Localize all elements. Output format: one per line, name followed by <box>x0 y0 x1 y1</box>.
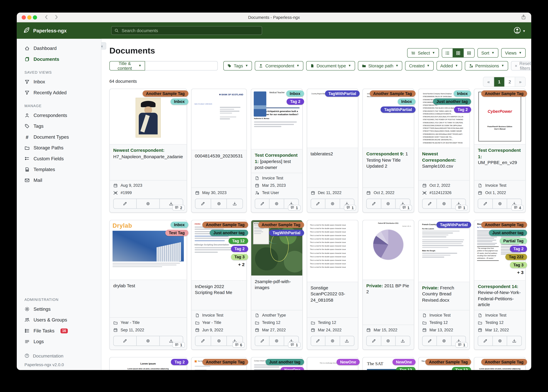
sidebar-item-settings[interactable]: Settings <box>17 304 101 315</box>
sidebar-item-document-types[interactable]: #Document Types <box>17 132 101 142</box>
close-window-button[interactable] <box>22 15 26 20</box>
browser-back-icon[interactable] <box>43 14 50 20</box>
tag-pill-tag-12[interactable]: Tag 12 <box>396 367 416 370</box>
view-button[interactable] <box>437 199 451 208</box>
edit-button[interactable] <box>367 336 381 346</box>
tag-pill-tag-3[interactable]: Tag 3 <box>510 262 527 268</box>
filter-document-type-button[interactable]: Document type▼ <box>306 61 355 70</box>
tag-pill-inbox[interactable]: Inbox <box>454 90 471 97</box>
sidebar-item-users-groups[interactable]: Users & Groups <box>17 315 101 325</box>
view-button[interactable] <box>211 336 227 346</box>
filter-storage-path-button[interactable]: Storage path▼ <box>358 61 403 70</box>
comment-count-badge[interactable]: 4 <box>511 205 523 210</box>
tag-pill-another-sample-tag[interactable]: Another Sample Tag <box>202 222 248 228</box>
view-button[interactable] <box>492 336 507 346</box>
document-card[interactable]: Country,Region/State,TagWithPartial1tabl… <box>307 89 358 213</box>
view-button[interactable] <box>381 336 395 346</box>
sidebar-item-inbox[interactable]: Inbox <box>17 77 101 87</box>
tag-pill-another-sample-tag[interactable]: Another Sample Tag <box>481 90 527 97</box>
sidebar-item-logs[interactable]: Logs <box>17 336 101 347</box>
tag-pill-another-sample-tag[interactable]: Another Sample Tag <box>481 222 527 228</box>
reset-filters-button[interactable]: × Reset filters <box>511 61 531 70</box>
tag-pill-just-another-tag[interactable]: Just another tag <box>266 359 304 365</box>
document-card[interactable]: CyberPowerPowerPanel® Business EditionUs… <box>474 89 526 213</box>
document-card[interactable]: Boundary Waters TripAnother Sample TagTa… <box>251 220 303 350</box>
edit-button[interactable] <box>114 336 136 346</box>
sidebar-collapse-button[interactable]: « <box>101 42 106 49</box>
view-button[interactable] <box>437 336 451 346</box>
sidebar-item-dashboard[interactable]: Dashboard <box>17 43 101 54</box>
tag-pill-tag-12[interactable]: Tag 12 <box>229 238 248 244</box>
sidebar-item-correspondents[interactable]: Correspondents <box>17 110 101 121</box>
document-card[interactable]: This is a test for the double space char… <box>307 220 358 350</box>
sidebar-item-documents[interactable]: Documents <box>17 54 101 64</box>
document-card[interactable]: DrylabInboxTest Tag1drylab TestYear - Ti… <box>109 220 187 350</box>
tag-pill-tag-12[interactable]: Tag 12 <box>452 367 471 370</box>
document-card[interactable]: Lorem ipsumLorem ipsum dolor sit amet, c… <box>109 357 187 370</box>
tag-pill-tagwithpartial[interactable]: TagWithPartial <box>381 106 416 113</box>
tag-pill-test-tag[interactable]: Test Tag <box>165 230 188 236</box>
comment-count-badge[interactable]: 1 <box>400 205 412 210</box>
user-menu[interactable]: ▼ <box>513 27 526 36</box>
edit-button[interactable] <box>195 336 211 346</box>
browser-forward-icon[interactable] <box>53 14 59 20</box>
download-button[interactable] <box>227 199 242 208</box>
pagination-page-1[interactable]: 1 <box>494 77 504 86</box>
tag-pill-another-sample-tag[interactable]: Another Sample Tag <box>481 359 527 365</box>
comment-count-badge[interactable]: 2 <box>173 205 185 210</box>
filter-correspondent-button[interactable]: Correspondent▼ <box>255 61 303 70</box>
minimize-window-button[interactable] <box>27 15 31 20</box>
filter-tags-button[interactable]: Tags▼ <box>223 61 252 70</box>
document-card[interactable]: Serial Number,Company Name,Employe978818… <box>418 89 470 213</box>
tag-pill-tag-222[interactable]: Tag 222 <box>505 254 527 260</box>
edit-button[interactable] <box>423 336 437 346</box>
sidebar-item-mail[interactable]: Mail <box>17 175 101 186</box>
pagination-next-button[interactable]: » <box>515 77 525 86</box>
view-button[interactable] <box>269 336 284 346</box>
tag-pill-inbox[interactable]: Inbox <box>171 98 188 105</box>
comment-count-badge[interactable]: 1 <box>455 342 468 348</box>
tag-pill-just-another-tag[interactable]: Just another tag <box>489 230 527 236</box>
document-card[interactable]: one,1.0five,5.0Another Sample TagInboxTa… <box>362 89 414 213</box>
tag-pill-just-another-tag[interactable]: Just another tag <box>433 98 471 105</box>
edit-button[interactable] <box>255 336 269 346</box>
tag-pill-newone[interactable]: NewOne <box>392 359 416 365</box>
tag-pill-partial-tag[interactable]: Partial Tag <box>500 238 527 244</box>
view-grid-button[interactable] <box>453 49 463 57</box>
comment-count-badge[interactable]: 1 <box>173 342 185 348</box>
sidebar-item-templates[interactable]: Templates <box>17 164 101 175</box>
document-card[interactable]: ✻ BANK OF SCOTLANDBank of Scotland • 100… <box>191 89 247 213</box>
download-button[interactable] <box>395 336 410 346</box>
tag-pill-inbox[interactable]: Inbox <box>286 90 304 97</box>
edit-button[interactable] <box>367 199 381 208</box>
sidebar-item-file-tasks[interactable]: File Tasks16 <box>17 325 101 336</box>
document-card[interactable]: Another Sample TagInbox2Newest Correspon… <box>109 89 187 213</box>
tag-pill-just-another-tag[interactable]: Just another tag <box>210 230 248 236</box>
comment-count-badge[interactable]: 1 <box>344 205 356 210</box>
brand[interactable]: Paperless-ngx <box>23 26 66 35</box>
document-card[interactable]: Test NameAnother Sample Tag <box>191 357 247 370</box>
edit-button[interactable] <box>423 199 437 208</box>
select-button[interactable]: Select▼ <box>407 48 439 57</box>
view-button[interactable] <box>325 199 339 208</box>
view-button[interactable] <box>137 199 159 208</box>
tag-pill-tag-2[interactable]: Tag 2 <box>171 359 188 365</box>
edit-button[interactable] <box>478 199 492 208</box>
filter-permissions-button[interactable]: Permissions▼ <box>465 61 508 70</box>
view-detail-button[interactable] <box>463 49 474 57</box>
download-button[interactable] <box>339 336 354 346</box>
filter-title-input[interactable] <box>145 61 218 70</box>
edit-button[interactable] <box>311 199 325 208</box>
tag-pill-newone[interactable]: NewOne <box>337 359 360 365</box>
sidebar-item-recently-added[interactable]: Recently Added <box>17 87 101 98</box>
document-card[interactable]: French Country BreadFor the LeavenMake t… <box>418 220 470 350</box>
filter-added-button[interactable]: Added▼ <box>436 61 462 70</box>
comment-count-badge[interactable]: 1 <box>288 342 300 348</box>
edit-button[interactable] <box>311 336 325 346</box>
view-button[interactable] <box>325 336 339 346</box>
comment-count-badge[interactable]: 1 <box>455 205 468 210</box>
tag-pill-another-sample-tag[interactable]: Another Sample Tag <box>202 359 248 365</box>
document-card[interactable]: This is a small page document. Page 1.Ne… <box>307 357 358 370</box>
view-button[interactable] <box>137 336 159 346</box>
tag-pill-another-sample-tag[interactable]: Another Sample Tag <box>370 90 416 97</box>
